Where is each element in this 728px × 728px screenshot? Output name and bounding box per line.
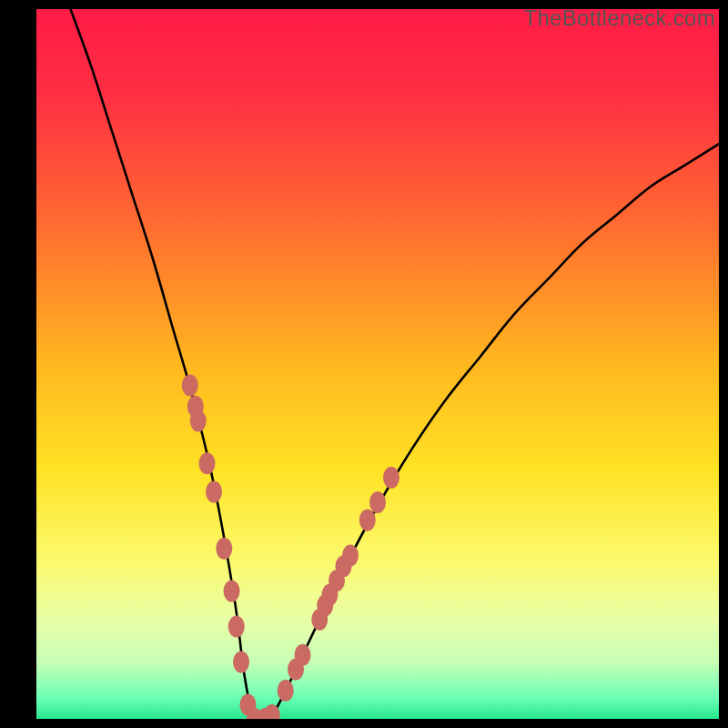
data-marker: [190, 410, 207, 431]
data-marker: [295, 644, 311, 666]
data-marker: [383, 467, 399, 489]
data-marker: [342, 545, 359, 567]
bottleneck-chart: [36, 9, 719, 719]
data-marker: [233, 652, 249, 673]
data-marker: [199, 452, 216, 474]
data-marker: [216, 538, 232, 560]
watermark-text: TheBottleneck.com: [523, 5, 715, 31]
data-marker: [369, 491, 386, 513]
data-marker: [182, 374, 198, 396]
data-marker: [228, 616, 245, 638]
gradient-background: [36, 9, 719, 719]
data-marker: [359, 510, 376, 531]
data-marker: [224, 581, 240, 602]
data-marker: [278, 680, 294, 702]
data-marker: [206, 480, 222, 502]
chart-frame: [36, 9, 719, 719]
